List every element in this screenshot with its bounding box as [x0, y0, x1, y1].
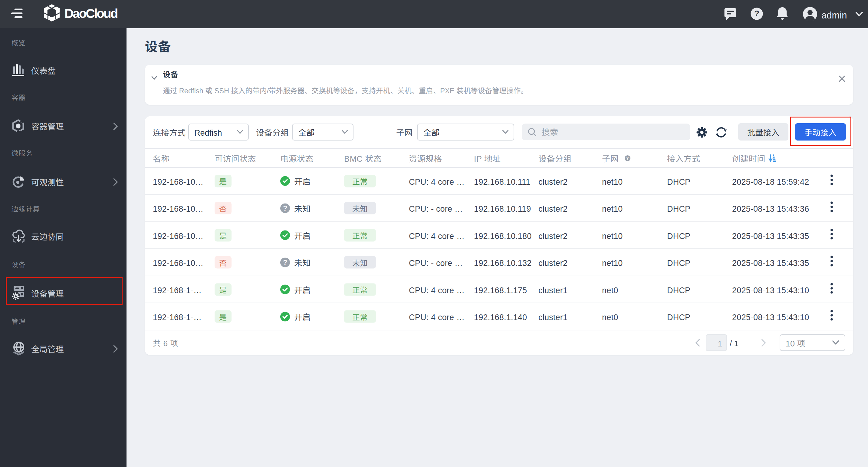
- svg-text:?: ?: [283, 258, 287, 266]
- svg-text:?: ?: [283, 204, 287, 212]
- svg-text:?: ?: [626, 156, 629, 160]
- svg-text:?: ?: [754, 8, 760, 18]
